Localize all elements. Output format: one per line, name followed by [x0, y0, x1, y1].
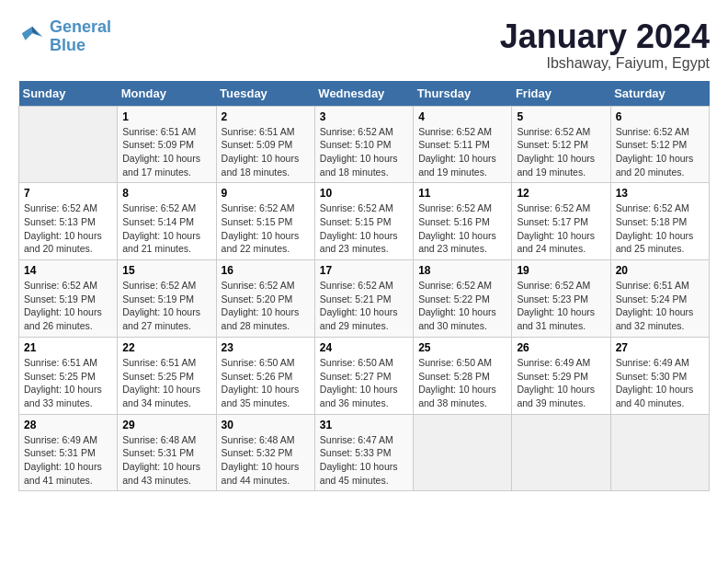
- day-info: Sunrise: 6:48 AMSunset: 5:31 PMDaylight:…: [122, 433, 210, 488]
- day-number: 7: [24, 187, 112, 200]
- calendar-cell: 15Sunrise: 6:52 AMSunset: 5:19 PMDayligh…: [118, 260, 216, 338]
- day-number: 25: [418, 341, 506, 354]
- calendar-week-row: 1Sunrise: 6:51 AMSunset: 5:09 PMDaylight…: [19, 106, 710, 183]
- month-title: January 2024: [500, 18, 710, 55]
- day-number: 3: [320, 110, 408, 123]
- calendar-cell: 29Sunrise: 6:48 AMSunset: 5:31 PMDayligh…: [118, 414, 216, 491]
- header-cell-saturday: Saturday: [610, 81, 709, 107]
- day-number: 17: [320, 264, 408, 277]
- logo-text: General Blue: [50, 18, 111, 55]
- calendar-cell: 13Sunrise: 6:52 AMSunset: 5:18 PMDayligh…: [610, 183, 709, 260]
- day-number: 19: [517, 264, 605, 277]
- day-number: 8: [122, 187, 210, 200]
- day-info: Sunrise: 6:52 AMSunset: 5:13 PMDaylight:…: [24, 201, 112, 256]
- calendar-cell: 30Sunrise: 6:48 AMSunset: 5:32 PMDayligh…: [216, 414, 314, 491]
- header-cell-thursday: Thursday: [414, 81, 512, 107]
- header-cell-friday: Friday: [512, 81, 610, 107]
- calendar-cell: 16Sunrise: 6:52 AMSunset: 5:20 PMDayligh…: [216, 260, 314, 338]
- calendar-cell: [414, 414, 512, 491]
- logo-icon: [18, 23, 46, 51]
- calendar-cell: 11Sunrise: 6:52 AMSunset: 5:16 PMDayligh…: [414, 183, 512, 260]
- day-info: Sunrise: 6:49 AMSunset: 5:29 PMDaylight:…: [517, 356, 605, 410]
- day-number: 23: [222, 341, 310, 354]
- day-number: 30: [222, 419, 310, 431]
- header-cell-sunday: Sunday: [19, 81, 118, 107]
- day-info: Sunrise: 6:52 AMSunset: 5:14 PMDaylight:…: [122, 201, 210, 256]
- day-number: 14: [24, 264, 112, 277]
- day-number: 4: [418, 110, 506, 123]
- day-number: 11: [418, 187, 506, 200]
- day-info: Sunrise: 6:51 AMSunset: 5:09 PMDaylight:…: [122, 125, 210, 179]
- logo: General Blue: [18, 18, 111, 55]
- day-info: Sunrise: 6:52 AMSunset: 5:12 PMDaylight:…: [616, 125, 704, 179]
- day-number: 9: [222, 187, 310, 200]
- calendar-header-row: SundayMondayTuesdayWednesdayThursdayFrid…: [19, 81, 710, 107]
- day-number: 5: [517, 110, 605, 123]
- day-number: 6: [616, 110, 704, 123]
- day-info: Sunrise: 6:49 AMSunset: 5:31 PMDaylight:…: [24, 433, 112, 488]
- calendar-table: SundayMondayTuesdayWednesdayThursdayFrid…: [18, 81, 710, 492]
- day-info: Sunrise: 6:47 AMSunset: 5:33 PMDaylight:…: [320, 433, 408, 488]
- day-info: Sunrise: 6:51 AMSunset: 5:24 PMDaylight:…: [616, 279, 704, 333]
- calendar-cell: 5Sunrise: 6:52 AMSunset: 5:12 PMDaylight…: [512, 106, 610, 183]
- calendar-cell: 25Sunrise: 6:50 AMSunset: 5:28 PMDayligh…: [414, 337, 512, 414]
- day-info: Sunrise: 6:52 AMSunset: 5:11 PMDaylight:…: [418, 125, 506, 179]
- location-subtitle: Ibshaway, Faiyum, Egypt: [500, 55, 710, 72]
- day-info: Sunrise: 6:52 AMSunset: 5:15 PMDaylight:…: [222, 201, 310, 256]
- calendar-cell: 26Sunrise: 6:49 AMSunset: 5:29 PMDayligh…: [512, 337, 610, 414]
- calendar-cell: [19, 106, 118, 183]
- day-info: Sunrise: 6:52 AMSunset: 5:22 PMDaylight:…: [418, 279, 506, 333]
- calendar-cell: [512, 414, 610, 491]
- day-info: Sunrise: 6:50 AMSunset: 5:28 PMDaylight:…: [418, 356, 506, 410]
- day-info: Sunrise: 6:52 AMSunset: 5:20 PMDaylight:…: [222, 279, 310, 333]
- page-header: General Blue January 2024 Ibshaway, Faiy…: [18, 18, 710, 72]
- day-info: Sunrise: 6:52 AMSunset: 5:19 PMDaylight:…: [24, 279, 112, 333]
- day-number: 31: [320, 419, 408, 431]
- day-info: Sunrise: 6:52 AMSunset: 5:12 PMDaylight:…: [517, 125, 605, 179]
- day-info: Sunrise: 6:49 AMSunset: 5:30 PMDaylight:…: [616, 356, 704, 410]
- day-info: Sunrise: 6:50 AMSunset: 5:27 PMDaylight:…: [320, 356, 408, 410]
- calendar-cell: 31Sunrise: 6:47 AMSunset: 5:33 PMDayligh…: [314, 414, 413, 491]
- calendar-cell: 2Sunrise: 6:51 AMSunset: 5:09 PMDaylight…: [216, 106, 314, 183]
- calendar-cell: [610, 414, 709, 491]
- day-info: Sunrise: 6:52 AMSunset: 5:10 PMDaylight:…: [320, 125, 408, 179]
- day-info: Sunrise: 6:52 AMSunset: 5:21 PMDaylight:…: [320, 279, 408, 333]
- day-info: Sunrise: 6:50 AMSunset: 5:26 PMDaylight:…: [222, 356, 310, 410]
- calendar-cell: 7Sunrise: 6:52 AMSunset: 5:13 PMDaylight…: [19, 183, 118, 260]
- day-info: Sunrise: 6:52 AMSunset: 5:23 PMDaylight:…: [517, 279, 605, 333]
- calendar-week-row: 21Sunrise: 6:51 AMSunset: 5:25 PMDayligh…: [19, 337, 710, 414]
- calendar-cell: 8Sunrise: 6:52 AMSunset: 5:14 PMDaylight…: [118, 183, 216, 260]
- calendar-cell: 19Sunrise: 6:52 AMSunset: 5:23 PMDayligh…: [512, 260, 610, 338]
- day-number: 12: [517, 187, 605, 200]
- calendar-cell: 28Sunrise: 6:49 AMSunset: 5:31 PMDayligh…: [19, 414, 118, 491]
- header-cell-tuesday: Tuesday: [216, 81, 314, 107]
- day-info: Sunrise: 6:51 AMSunset: 5:25 PMDaylight:…: [24, 356, 112, 410]
- day-number: 1: [122, 110, 210, 123]
- calendar-cell: 4Sunrise: 6:52 AMSunset: 5:11 PMDaylight…: [414, 106, 512, 183]
- day-info: Sunrise: 6:52 AMSunset: 5:16 PMDaylight:…: [418, 201, 506, 256]
- day-number: 27: [616, 341, 704, 354]
- calendar-cell: 6Sunrise: 6:52 AMSunset: 5:12 PMDaylight…: [610, 106, 709, 183]
- calendar-cell: 12Sunrise: 6:52 AMSunset: 5:17 PMDayligh…: [512, 183, 610, 260]
- day-info: Sunrise: 6:51 AMSunset: 5:09 PMDaylight:…: [222, 125, 310, 179]
- calendar-cell: 14Sunrise: 6:52 AMSunset: 5:19 PMDayligh…: [19, 260, 118, 338]
- calendar-cell: 27Sunrise: 6:49 AMSunset: 5:30 PMDayligh…: [610, 337, 709, 414]
- day-number: 29: [122, 419, 210, 431]
- day-info: Sunrise: 6:52 AMSunset: 5:18 PMDaylight:…: [616, 201, 704, 256]
- day-info: Sunrise: 6:52 AMSunset: 5:15 PMDaylight:…: [320, 201, 408, 256]
- day-number: 22: [122, 341, 210, 354]
- day-number: 21: [24, 341, 112, 354]
- calendar-cell: 22Sunrise: 6:51 AMSunset: 5:25 PMDayligh…: [118, 337, 216, 414]
- day-info: Sunrise: 6:52 AMSunset: 5:19 PMDaylight:…: [122, 279, 210, 333]
- header-cell-wednesday: Wednesday: [314, 81, 413, 107]
- calendar-cell: 1Sunrise: 6:51 AMSunset: 5:09 PMDaylight…: [118, 106, 216, 183]
- calendar-cell: 9Sunrise: 6:52 AMSunset: 5:15 PMDaylight…: [216, 183, 314, 260]
- day-info: Sunrise: 6:52 AMSunset: 5:17 PMDaylight:…: [517, 201, 605, 256]
- day-number: 18: [418, 264, 506, 277]
- calendar-cell: 24Sunrise: 6:50 AMSunset: 5:27 PMDayligh…: [314, 337, 413, 414]
- day-number: 16: [222, 264, 310, 277]
- title-block: January 2024 Ibshaway, Faiyum, Egypt: [500, 18, 710, 72]
- day-number: 20: [616, 264, 704, 277]
- day-number: 15: [122, 264, 210, 277]
- day-number: 24: [320, 341, 408, 354]
